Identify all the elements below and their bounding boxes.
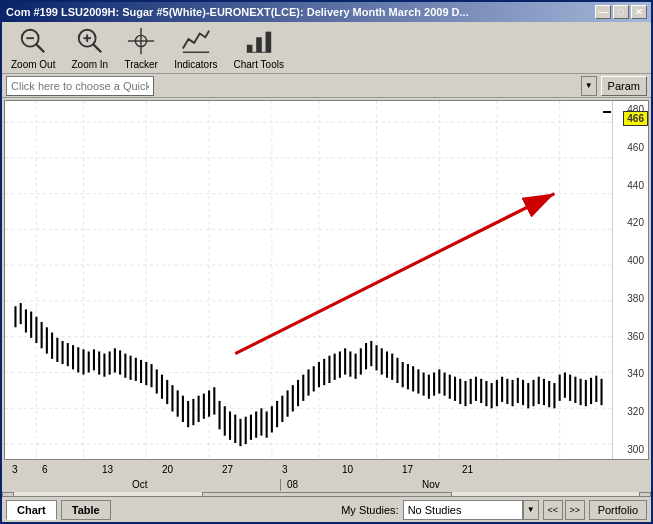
chart-container: 466 480 460 440 420 400 380 360 340 320 … xyxy=(2,98,651,496)
study-dropdown-arrow[interactable]: ▼ xyxy=(581,76,597,96)
study-input[interactable] xyxy=(6,76,154,96)
scroll-track xyxy=(14,492,639,496)
minimize-button[interactable]: — xyxy=(595,5,611,19)
my-studies-wrapper: No Studies ▼ xyxy=(403,500,539,520)
zoom-out-icon xyxy=(17,25,49,57)
h-scrollbar: ◄ ► xyxy=(2,492,651,496)
title-bar: Com #199 LSU2009H: Sugar #5(White)-EURON… xyxy=(2,2,651,22)
chart-tools-label: Chart Tools xyxy=(234,59,284,70)
toolbar: Zoom Out Zoom In Tracker xyxy=(2,22,651,74)
tracker-icon xyxy=(125,25,157,57)
chart-main: 466 480 460 440 420 400 380 360 340 320 … xyxy=(4,100,649,460)
nav-next-button[interactable]: >> xyxy=(565,500,585,520)
nav-prev-button[interactable]: << xyxy=(543,500,563,520)
y-tick-320: 320 xyxy=(613,407,648,417)
window-title: Com #199 LSU2009H: Sugar #5(White)-EURON… xyxy=(6,6,469,18)
y-tick-380: 380 xyxy=(613,294,648,304)
zoom-out-button[interactable]: Zoom Out xyxy=(7,23,59,72)
table-tab[interactable]: Table xyxy=(61,500,111,520)
my-studies-select[interactable]: No Studies xyxy=(403,500,523,520)
current-price-label: 466 xyxy=(623,111,648,126)
x-ticks: 3 6 13 20 27 3 10 17 21 xyxy=(2,462,651,479)
y-tick-420: 420 xyxy=(613,218,648,228)
chart-tools-icon xyxy=(243,25,275,57)
portfolio-button[interactable]: Portfolio xyxy=(589,500,647,520)
svg-rect-13 xyxy=(265,32,271,53)
study-bar: ▼ Param xyxy=(2,74,651,98)
zoom-out-label: Zoom Out xyxy=(11,59,55,70)
x-tick-13: 13 xyxy=(102,464,113,475)
tracker-button[interactable]: Tracker xyxy=(120,23,162,72)
x-tick-10: 10 xyxy=(342,464,353,475)
indicators-icon xyxy=(180,25,212,57)
zoom-in-icon xyxy=(74,25,106,57)
y-tick-360: 360 xyxy=(613,332,648,342)
indicators-label: Indicators xyxy=(174,59,217,70)
y-axis: 466 480 460 440 420 400 380 360 340 320 … xyxy=(612,101,648,459)
y-tick-400: 400 xyxy=(613,256,648,266)
main-window: Com #199 LSU2009H: Sugar #5(White)-EURON… xyxy=(0,0,653,524)
indicators-button[interactable]: Indicators xyxy=(170,23,221,72)
y-tick-300: 300 xyxy=(613,445,648,455)
x-tick-3b: 3 xyxy=(282,464,288,475)
nav-buttons: << >> xyxy=(543,500,585,520)
svg-rect-15 xyxy=(5,101,612,459)
x-month-oct: Oct xyxy=(132,479,148,490)
svg-line-2 xyxy=(36,44,44,52)
y-tick-340: 340 xyxy=(613,369,648,379)
window-controls: — □ ✕ xyxy=(595,5,647,19)
maximize-button[interactable]: □ xyxy=(613,5,629,19)
bottom-bar: Chart Table My Studies: No Studies ▼ << … xyxy=(2,496,651,522)
x-month-nov: Nov xyxy=(422,479,440,490)
zoom-in-label: Zoom In xyxy=(71,59,108,70)
tracker-label: Tracker xyxy=(124,59,158,70)
study-select-wrapper: ▼ xyxy=(6,76,597,96)
x-tick-20: 20 xyxy=(162,464,173,475)
chart-svg xyxy=(5,101,612,459)
my-studies-label: My Studies: xyxy=(341,504,398,516)
svg-line-6 xyxy=(93,44,101,52)
my-studies-arrow[interactable]: ▼ xyxy=(523,500,539,520)
x-tick-17: 17 xyxy=(402,464,413,475)
close-button[interactable]: ✕ xyxy=(631,5,647,19)
zoom-in-button[interactable]: Zoom In xyxy=(67,23,112,72)
x-axis: 3 6 13 20 27 3 10 17 21 Oct 08 Nov xyxy=(2,462,651,492)
param-button[interactable]: Param xyxy=(601,76,647,96)
svg-rect-11 xyxy=(247,45,253,53)
x-tick-6: 6 xyxy=(42,464,48,475)
chart-canvas xyxy=(5,101,612,459)
chart-tab[interactable]: Chart xyxy=(6,500,57,520)
x-tick-21: 21 xyxy=(462,464,473,475)
chart-tools-button[interactable]: Chart Tools xyxy=(230,23,288,72)
x-year-08: 08 xyxy=(287,479,298,490)
x-tick-3: 3 xyxy=(12,464,18,475)
y-tick-440: 440 xyxy=(613,181,648,191)
y-tick-460: 460 xyxy=(613,143,648,153)
scroll-thumb[interactable] xyxy=(202,492,452,496)
svg-rect-12 xyxy=(256,37,262,52)
x-tick-27: 27 xyxy=(222,464,233,475)
